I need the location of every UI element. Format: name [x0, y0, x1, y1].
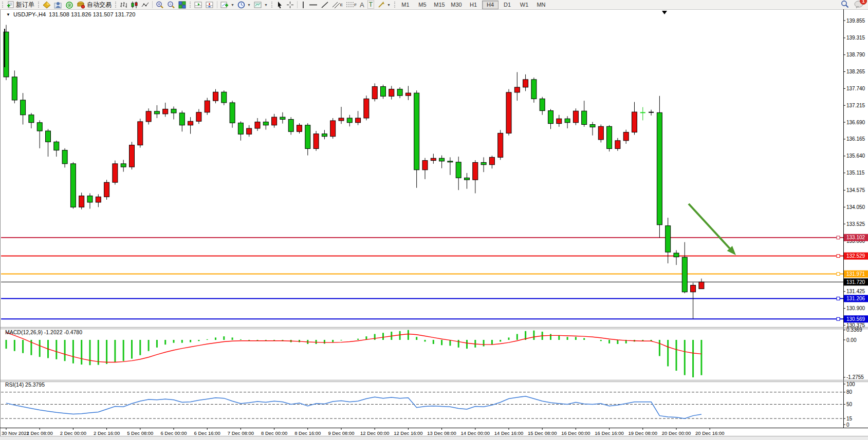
toolbar-right-group: 1 — [841, 0, 864, 10]
crosshair-icon — [286, 1, 294, 9]
new-order-button[interactable]: 新订单 — [5, 1, 36, 9]
candle-body-down — [121, 164, 126, 167]
text-label-tool-button[interactable]: T — [366, 1, 376, 9]
timeframe-button-M30[interactable]: M30 — [448, 1, 465, 9]
timeframe-button-H4[interactable]: H4 — [482, 1, 498, 9]
new-chart-button[interactable]: ▼ — [219, 1, 236, 9]
timeframe-button-MN[interactable]: MN — [533, 1, 549, 9]
candle-body-up — [96, 197, 101, 202]
candle-body-up — [138, 122, 143, 145]
candle-body-up — [632, 112, 637, 132]
dropdown-caret: ▼ — [387, 3, 391, 7]
signals-button[interactable] — [64, 1, 75, 9]
chart-ohlc-values: 131.508 131.826 131.507 131.720 — [49, 11, 135, 17]
candle-body-up — [356, 118, 361, 123]
candle-body-down — [347, 118, 352, 123]
zoom-in-button[interactable] — [154, 1, 165, 9]
arrow-objects-icon — [377, 1, 385, 9]
candle-body-up — [163, 109, 168, 113]
candlestick-chart-button[interactable] — [129, 1, 140, 9]
candle-body-up — [506, 92, 511, 133]
candle-body-down — [54, 142, 59, 150]
price-tick-label: 134.050 — [846, 204, 865, 210]
metaeditor-button[interactable] — [41, 1, 52, 9]
horizontal-line-tool-button[interactable] — [307, 1, 319, 9]
toolbar-grip — [115, 2, 116, 8]
timeframe-button-M1[interactable]: M1 — [397, 1, 414, 9]
search-icon[interactable] — [841, 0, 849, 10]
candle-body-up — [623, 132, 629, 141]
candle-body-down — [414, 93, 419, 170]
trendline-tool-button[interactable] — [319, 1, 330, 9]
candle-body-up — [104, 182, 109, 197]
crosshair-tool-button[interactable] — [285, 1, 296, 9]
candle-body-down — [657, 112, 662, 224]
notifications-button[interactable]: 1 — [854, 0, 864, 10]
hline-handle[interactable] — [837, 317, 840, 320]
timeframe-button-M15[interactable]: M15 — [431, 1, 448, 9]
rsi-tick-label: 50 — [846, 401, 853, 407]
candle-body-down — [21, 100, 26, 115]
metaeditor-icon — [43, 1, 51, 9]
candle-body-down — [62, 150, 67, 164]
time-tick-label: 16 Dec 16:00 — [595, 430, 624, 436]
fibonacci-tool-button[interactable]: F — [344, 1, 358, 9]
price-tick-label: 135.115 — [846, 170, 865, 176]
timeframe-button-D1[interactable]: D1 — [499, 1, 515, 9]
indicator-list-button[interactable] — [204, 1, 215, 9]
hline-handle[interactable] — [837, 273, 840, 276]
time-tick-label: 12 Dec 16:00 — [394, 430, 423, 436]
timeframe-button-H1[interactable]: H1 — [465, 1, 482, 9]
tile-windows-button[interactable] — [177, 1, 188, 9]
equidistant-channel-tool-button[interactable]: E — [330, 1, 344, 9]
price-label-text: 133.102 — [846, 235, 865, 240]
chart-collapse-icon[interactable]: ▼ — [6, 12, 10, 17]
label-tool-icon: T — [367, 1, 374, 9]
timeframe-button-M5[interactable]: M5 — [414, 1, 431, 9]
arrow-objects-button[interactable]: ▼ — [376, 1, 392, 9]
candle-body-up — [146, 111, 151, 122]
candle-body-up — [213, 92, 218, 101]
templates-button[interactable]: ▼ — [252, 1, 269, 9]
candle-body-up — [514, 87, 520, 92]
time-tick-label: 1 Dec 08:00 — [27, 430, 53, 436]
candle-body-down — [565, 119, 570, 123]
timeframe-button-W1[interactable]: W1 — [516, 1, 532, 9]
main-chart[interactable]: 139.855139.315138.790138.265137.740137.2… — [0, 9, 868, 436]
zoom-out-button[interactable] — [165, 1, 177, 9]
candle-body-up — [313, 134, 319, 149]
time-tick-label: 7 Dec 08:00 — [228, 430, 254, 436]
vertical-line-tool-button[interactable] — [299, 1, 307, 9]
indicator-window-button[interactable] — [193, 1, 204, 9]
price-tick-label: 136.690 — [846, 120, 865, 125]
market-watch-button[interactable] — [52, 1, 64, 9]
candle-body-down — [465, 178, 470, 180]
candle-body-up — [330, 121, 336, 137]
hline-handle[interactable] — [837, 236, 840, 239]
candle-body-down — [280, 117, 285, 119]
candle-body-up — [691, 285, 696, 292]
rsi-tick-label: 15 — [846, 416, 853, 422]
time-tick-label: 6 Dec 16:00 — [194, 430, 220, 436]
bar-chart-button[interactable] — [118, 1, 129, 9]
auto-trading-label: 自动交易 — [87, 1, 112, 9]
vertical-line-icon — [301, 1, 306, 9]
candle-body-up — [498, 133, 503, 157]
candle-body-down — [590, 125, 595, 127]
candle-body-up — [615, 141, 620, 149]
cursor-tool-button[interactable] — [274, 1, 285, 9]
zoom-out-icon — [167, 1, 175, 9]
market-watch-icon — [54, 1, 62, 9]
indicator-list-icon — [206, 1, 214, 9]
time-tick-label: 2 Dec 16:00 — [94, 430, 120, 436]
line-chart-button[interactable] — [140, 1, 151, 9]
candle-body-up — [489, 157, 494, 164]
hline-handle[interactable] — [837, 297, 840, 300]
horizontal-line-icon — [309, 1, 318, 9]
hline-handle[interactable] — [837, 255, 840, 258]
time-tick-label: 20 Dec 16:00 — [695, 430, 725, 436]
period-button[interactable]: ▼ — [236, 1, 252, 9]
channel-icon — [332, 1, 340, 9]
text-tool-button[interactable]: A — [358, 1, 366, 9]
auto-trading-button[interactable]: 自动交易 — [75, 1, 113, 9]
